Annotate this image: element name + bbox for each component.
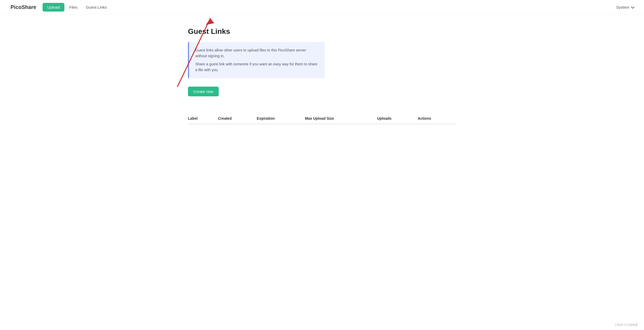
navbar: PicoShare Upload Files Guest Links Syste…: [0, 0, 644, 15]
system-label: System: [616, 5, 629, 9]
guest-links-link[interactable]: Guest Links: [82, 3, 110, 12]
col-expiration: Expiration: [257, 113, 305, 124]
files-link[interactable]: Files: [65, 3, 81, 12]
col-max-upload-size: Max Upload Size: [305, 113, 377, 124]
col-created: Created: [218, 113, 257, 124]
page-title: Guest Links: [188, 27, 456, 36]
col-actions: Actions: [418, 113, 456, 124]
col-label: Label: [188, 113, 218, 124]
nav-links: Upload Files Guest Links: [43, 3, 616, 12]
table-wrapper: Label Created Expiration Max Upload Size…: [188, 113, 456, 124]
upload-button[interactable]: Upload: [43, 3, 65, 12]
info-box: Guest links allow other users to upload …: [188, 42, 325, 78]
col-uploads: Uploads: [377, 113, 418, 124]
svg-marker-1: [206, 18, 214, 25]
data-table: Label Created Expiration Max Upload Size…: [188, 113, 456, 124]
create-new-button[interactable]: Create new: [188, 87, 219, 96]
brand-logo[interactable]: PicoShare: [11, 4, 36, 10]
info-line-1: Guest links allow other users to upload …: [195, 47, 318, 59]
footer-note: CSDN ©江湖有缘: [615, 323, 638, 327]
info-line-2: Share a guest link with someone if you w…: [195, 61, 318, 73]
system-menu[interactable]: System: [616, 5, 633, 9]
chevron-down-icon: [631, 5, 635, 8]
table-header: Label Created Expiration Max Upload Size…: [188, 113, 456, 124]
main-content: Guest Links Guest links allow other user…: [177, 15, 467, 137]
